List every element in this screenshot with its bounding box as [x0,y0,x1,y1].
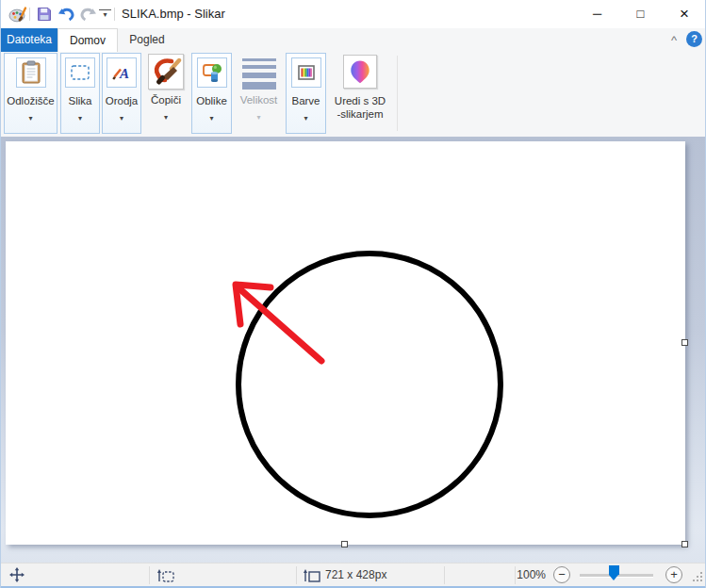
tab-file[interactable]: Datoteka [1,28,57,52]
tab-home[interactable]: Domov [57,28,118,52]
ribbon-separator [397,56,398,131]
ribbon-group-label: Odložišče [5,95,57,106]
statusbar-separator [444,566,445,584]
window-title: SLIKA.bmp - Slikar [122,0,225,28]
ribbon-group-size: Velikost ▾ [234,53,284,134]
save-icon[interactable] [37,7,52,22]
canvas-size-icon [303,568,321,583]
canvas-resize-handle-corner[interactable] [681,541,688,547]
minimize-button[interactable]: ─ [576,0,618,28]
zoom-level-value: 100% [510,564,546,587]
ribbon-group-clipboard[interactable]: Odložišče ▾ [4,53,57,134]
ribbon-group-image[interactable]: Slika ▾ [60,53,100,134]
chevron-down-icon: ▾ [61,114,99,122]
label-line-2: -slikarjem [337,108,383,120]
zoom-out-button[interactable]: − [553,566,570,583]
canvas-size-value: 721 x 428px [325,564,386,587]
maximize-button[interactable]: □ [619,0,662,28]
redo-icon[interactable] [80,7,97,22]
line-size-icon [242,58,276,93]
ribbon-group-colors[interactable]: Barve ▾ [286,53,326,134]
chevron-down-icon: ▾ [234,113,284,122]
edit-with-paint3d-button[interactable]: Uredi s 3D -slikarjem [329,53,391,134]
brushes-icon [148,54,184,90]
titlebar-separator [29,8,30,21]
label-line-1: Uredi s 3D [335,95,386,106]
ribbon-group-label: Uredi s 3D -slikarjem [329,94,391,121]
status-bar: 721 x 428px 100% − + [1,563,706,587]
drawn-circle [238,253,501,515]
workspace [1,137,706,563]
chevron-down-icon: ▾ [103,114,140,122]
ribbon-group-brushes[interactable]: Čopiči ▾ [143,53,189,134]
statusbar-separator [296,566,297,584]
collapse-ribbon-icon[interactable]: ^ [665,31,683,50]
paint-window: ▾ SLIKA.bmp - Slikar ─ □ × Datoteka Domo… [0,0,706,588]
window-resize-grip[interactable] [693,572,704,583]
close-button[interactable]: × [663,0,706,28]
ribbon-group-tools[interactable]: A Orodja ▾ [102,53,141,134]
drawing-canvas[interactable] [6,141,685,545]
cursor-position-icon [9,567,25,582]
paint3d-icon [343,55,377,89]
tab-view[interactable]: Pogled [122,28,172,52]
ribbon-group-label: Oblike [192,95,231,106]
statusbar-separator [149,566,150,584]
zoom-in-button[interactable]: + [665,566,682,583]
selection-icon [65,57,95,88]
colors-icon [291,57,321,88]
ribbon-group-label: Čopiči [143,94,189,106]
selection-size-icon [156,568,175,583]
ribbon-tab-row: Datoteka Domov Pogled ^ ? [1,28,706,52]
shapes-icon [197,57,227,88]
svg-text:A: A [119,66,129,81]
undo-icon[interactable] [57,7,74,22]
chevron-down-icon: ▾ [287,114,325,122]
zoom-slider-thumb[interactable] [609,565,619,575]
ribbon: Odložišče ▾ Slika ▾ A Orodja ▾ [1,52,706,137]
tools-icon: A [107,57,137,88]
title-bar: ▾ SLIKA.bmp - Slikar ─ □ × [1,0,706,28]
ribbon-group-label: Barve [287,95,325,106]
clipboard-icon [16,57,46,88]
chevron-down-icon: ▾ [5,114,57,122]
help-icon[interactable]: ? [686,31,702,47]
chevron-down-icon: ▾ [143,113,189,122]
ribbon-group-label: Velikost [234,94,284,106]
chevron-down-icon: ▾ [192,114,231,122]
ribbon-group-label: Orodja [103,95,140,106]
titlebar-separator [114,8,115,21]
ribbon-group-label: Slika [61,95,99,106]
paint-app-icon[interactable] [8,5,27,24]
canvas-resize-handle-right[interactable] [681,339,688,346]
customize-toolbar-chevron[interactable]: ▾ [99,9,111,19]
canvas-resize-handle-bottom[interactable] [341,541,348,547]
ribbon-group-shapes[interactable]: Oblike ▾ [191,53,232,134]
